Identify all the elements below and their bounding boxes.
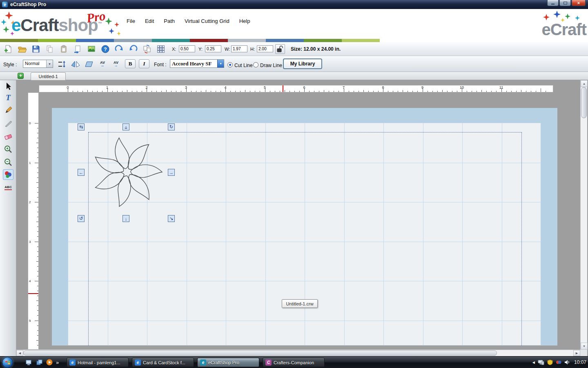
select-tool[interactable]	[3, 81, 13, 92]
y-input[interactable]	[205, 45, 221, 52]
quick-launch-overflow[interactable]: »	[56, 359, 59, 366]
cut-line-radio[interactable]	[227, 62, 233, 67]
draw-line-radio[interactable]	[253, 62, 258, 67]
horizontal-scrollbar[interactable]: ◀ ▶	[16, 350, 580, 356]
menu-edit[interactable]: Edit	[145, 18, 154, 24]
flip-handle[interactable]: ⇆	[78, 123, 85, 130]
taskbar-button-ecraftshop-pro[interactable]: eeCraftShop Pro	[197, 358, 259, 367]
virtual-grid-button[interactable]	[156, 44, 166, 54]
task-app-icon: C	[265, 359, 272, 366]
folder-icon	[18, 45, 27, 54]
redo-button[interactable]	[114, 44, 124, 54]
antivirus-icon[interactable]	[556, 359, 561, 365]
undo-button[interactable]	[128, 44, 138, 54]
menu-help[interactable]: Help	[239, 18, 250, 24]
draw-tool[interactable]	[3, 105, 13, 116]
font-value: Accord Heavy SF	[170, 60, 217, 67]
scroll-right-button[interactable]: ▶	[573, 350, 580, 356]
move-handle[interactable]: ↔ ↕	[122, 123, 129, 130]
scroll-left-button[interactable]: ◀	[16, 350, 23, 356]
skew-button[interactable]	[84, 59, 94, 69]
nudge-down-handle[interactable]: ↓	[122, 215, 129, 222]
nudge-right-handle[interactable]: →	[168, 169, 175, 176]
color-strip-segment	[228, 39, 266, 42]
rotate-handle[interactable]: ↻	[168, 123, 175, 130]
knife-tool[interactable]	[3, 118, 13, 129]
copy-icon	[45, 45, 54, 54]
pencil-icon	[4, 106, 13, 115]
network-icon[interactable]	[538, 359, 544, 365]
vertical-scrollbar[interactable]: ▲ ▼	[580, 80, 587, 350]
new-file-button[interactable]	[3, 44, 13, 54]
help-button[interactable]: ?	[100, 44, 110, 54]
volume-icon[interactable]	[564, 359, 570, 365]
taskbar-button-card-cardstock-f[interactable]: eCard & CardStock f...	[132, 358, 194, 367]
import-icon	[73, 45, 82, 54]
h-input[interactable]	[257, 45, 273, 52]
tray-expand-icon[interactable]: ◀	[532, 361, 535, 364]
horizontal-scroll-thumb[interactable]	[23, 350, 497, 356]
start-button[interactable]	[2, 357, 13, 368]
flower-shape[interactable]	[87, 132, 167, 213]
menu-virtual-cutting-grid[interactable]: Virtual Cutting Grid	[185, 18, 229, 24]
redo-icon	[115, 45, 124, 54]
rotate-ccw-handle[interactable]: ↺	[78, 215, 85, 222]
taskbar-button-hotmail-pamleng1[interactable]: eHotmail - pamleng1...	[67, 358, 129, 367]
style-dropdown[interactable]: Normal ▼	[23, 60, 53, 68]
line-spacing-button[interactable]	[56, 59, 67, 69]
kerning-widen-button[interactable]: AV →	[111, 59, 121, 69]
copy-button[interactable]	[45, 44, 55, 54]
kerning-tighten-button[interactable]: AV ↔	[97, 59, 108, 69]
skew-icon	[84, 60, 94, 68]
bold-button[interactable]: B	[125, 59, 136, 68]
scroll-down-button[interactable]: ▼	[581, 343, 588, 350]
vertical-scroll-thumb[interactable]	[581, 87, 587, 118]
x-input[interactable]	[179, 45, 195, 52]
header: eCraftshop™ Pro File Edit Path Virtual C…	[0, 9, 588, 39]
abc-tool[interactable]: ABC	[3, 182, 13, 193]
import-button[interactable]	[73, 44, 82, 54]
menu-file[interactable]: File	[127, 18, 135, 24]
zoom-out-tool[interactable]	[3, 157, 13, 168]
update-shield-icon[interactable]	[547, 359, 553, 365]
tab-untitled-1[interactable]: Untitled-1	[31, 72, 66, 80]
mirror-button[interactable]	[70, 59, 81, 69]
window-switcher-icon[interactable]	[36, 359, 43, 366]
color-tool[interactable]	[3, 169, 13, 180]
maximize-button[interactable]	[559, 0, 571, 6]
taskbar-tasks: eHotmail - pamleng1...eCard & CardStock …	[67, 358, 325, 367]
resize-handle[interactable]: ↘	[168, 215, 175, 222]
color-strip-segment	[114, 39, 152, 42]
paste-button[interactable]	[59, 44, 69, 54]
menu-path[interactable]: Path	[164, 18, 175, 24]
scroll-up-button[interactable]: ▲	[581, 80, 588, 87]
lock-aspect-button[interactable]	[275, 44, 285, 54]
rotate-icon: ↻	[169, 124, 173, 130]
media-player-icon[interactable]	[46, 359, 53, 366]
convert-button[interactable]	[142, 44, 152, 54]
open-file-button[interactable]	[17, 44, 27, 54]
export-image-button[interactable]	[87, 44, 96, 54]
draw-line-label[interactable]: Draw Line	[260, 63, 282, 68]
zoom-in-tool[interactable]	[3, 144, 13, 155]
cut-line-label[interactable]: Cut Line	[234, 63, 253, 68]
svg-text:?: ?	[104, 47, 107, 52]
show-desktop-icon[interactable]	[25, 359, 33, 366]
nudge-left-handle[interactable]: ←	[78, 169, 85, 176]
my-library-button[interactable]: My Library	[283, 58, 322, 69]
close-button[interactable]: ×	[572, 0, 586, 6]
font-dropdown[interactable]: Accord Heavy SF ▼	[170, 59, 224, 68]
taskbar-button-crafters-companion[interactable]: CCrafters-Companion	[263, 358, 325, 367]
add-tab-button[interactable]: +	[18, 73, 24, 79]
arrow-right-icon: ▶	[576, 352, 578, 355]
text-tool[interactable]: T	[3, 92, 13, 103]
w-input[interactable]	[231, 45, 247, 52]
font-label: Font :	[154, 62, 167, 67]
italic-button[interactable]: I	[139, 59, 149, 68]
task-label: Crafters-Companion	[274, 360, 314, 365]
task-app-icon: e	[200, 359, 206, 366]
save-button[interactable]	[31, 44, 41, 54]
minimize-button[interactable]	[547, 0, 559, 6]
eraser-tool[interactable]	[3, 131, 13, 142]
ecraft-logo: eCraft	[541, 20, 586, 39]
